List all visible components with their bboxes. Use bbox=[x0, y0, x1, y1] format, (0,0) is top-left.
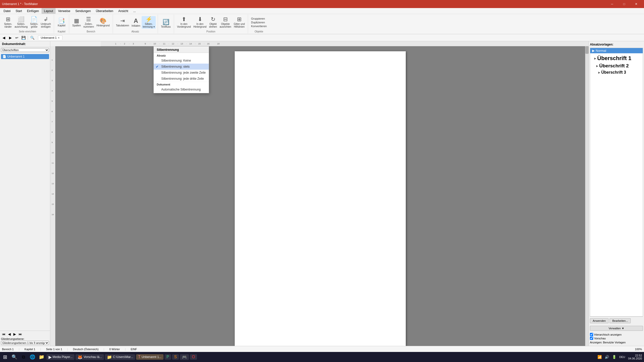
status-seite: Seite 1 von 1 bbox=[46, 348, 62, 351]
dropdown-item-zweite[interactable]: Silbentrennung: jede zweite Zeile bbox=[154, 70, 209, 76]
clock[interactable]: 22:52 04.06.2020 bbox=[627, 354, 643, 360]
menu-extra[interactable]: ... bbox=[131, 8, 138, 14]
taskbar-opera[interactable]: O bbox=[190, 354, 197, 360]
hierarchisch-checkbox[interactable] bbox=[590, 333, 593, 336]
dropdown-section-absatz: Absatz bbox=[154, 53, 209, 58]
textmaker-icon: T bbox=[138, 355, 141, 359]
lp-nav-first[interactable]: ⏮ bbox=[1, 332, 7, 336]
minimize-button[interactable]: ─ bbox=[606, 0, 618, 8]
ribbon-btn-duplizieren[interactable]: Duplizieren bbox=[250, 21, 268, 24]
taskbar-mediaplayer[interactable]: ▶ Media Player... bbox=[47, 354, 74, 360]
edge-icon[interactable]: 🌐 bbox=[28, 353, 36, 361]
taskbar-vorschau[interactable]: 🦊 Vorschau lä... bbox=[75, 354, 104, 360]
doc-tab-close[interactable]: ✕ bbox=[58, 36, 60, 39]
close-button[interactable]: ✕ bbox=[630, 0, 642, 8]
ribbon-btn-konvertieren[interactable]: Konvertieren bbox=[250, 24, 268, 28]
ribbon-btn-ausrichten[interactable]: ⊟ Objekteausrichten bbox=[219, 16, 232, 29]
taskview-icon[interactable]: ⧉ bbox=[19, 353, 27, 361]
menu-datei[interactable]: Datei bbox=[1, 8, 13, 14]
ruler-marks: 1 · 2 · 3 9 · 10 · 11 · 12 · 13 · 14 · 1… bbox=[111, 42, 220, 45]
gliederungsebene-select[interactable]: Gliederungsebenen 1 bis 9 anzeigen bbox=[1, 341, 49, 345]
gitter-icon: ⊞ bbox=[237, 17, 242, 22]
ribbon-btn-textfluss[interactable]: 🔃 Textfluss bbox=[160, 19, 172, 29]
ribbon-btn-gitter[interactable]: ⊞ Gitter undHilfslinien bbox=[233, 16, 246, 29]
ribbon-btn-seitengroesse[interactable]: 📄 Seiten-größe bbox=[29, 16, 39, 29]
seitengroesse-label: Seiten-größe bbox=[30, 23, 38, 28]
dropdown-item-dritte[interactable]: Silbentrennung: jede dritte Zeile bbox=[154, 76, 209, 82]
menu-verweise[interactable]: Verweise bbox=[56, 8, 73, 14]
right-scrollbar[interactable] bbox=[585, 46, 589, 346]
tb2-btn-back[interactable]: ◀ bbox=[1, 35, 7, 40]
ribbon-btn-gruppieren[interactable]: Gruppieren bbox=[250, 17, 268, 20]
style-h2[interactable]: ▶ Überschrift 2 bbox=[590, 62, 643, 69]
lp-nav-last[interactable]: ⏭ bbox=[18, 332, 23, 336]
status-zoom: 100% bbox=[635, 348, 642, 351]
taskbar-steam[interactable]: 🎮 bbox=[180, 354, 189, 360]
softmaker-icon: S bbox=[174, 355, 177, 359]
ribbon-btn-umbruch[interactable]: ↲ Umbrucheinfügen bbox=[40, 16, 52, 29]
tb2-btn-zoom-out[interactable]: 🔍 bbox=[29, 35, 35, 40]
lp-nav-prev[interactable]: ◀ bbox=[7, 332, 12, 336]
style-normal[interactable]: ▶ Normal bbox=[590, 48, 643, 53]
rp-spacer bbox=[590, 331, 643, 333]
language-icon[interactable]: DEU bbox=[618, 354, 626, 359]
menu-ansicht[interactable]: Ansicht bbox=[116, 8, 131, 14]
style-h2-label: Überschrift 2 bbox=[599, 63, 629, 69]
tb2-btn-save[interactable]: 💾 bbox=[21, 35, 26, 40]
left-panel-select[interactable]: Überschriften bbox=[1, 48, 49, 52]
taskbar-textmaker[interactable]: T Unbenannt 1... bbox=[136, 354, 164, 360]
anwenden-button[interactable]: Anwenden bbox=[590, 318, 609, 323]
ribbon-btn-zeilennummern[interactable]: ☰ Zeilen-nummern bbox=[82, 16, 95, 29]
network-icon[interactable]: 📶 bbox=[596, 354, 603, 360]
ribbon-btn-hintergrund2[interactable]: ⬇ In denHintergrund bbox=[192, 16, 208, 29]
silbentrennung-icon: ⚡ bbox=[145, 17, 152, 22]
ribbon-textfluss-buttons: 🔃 Textfluss bbox=[160, 15, 172, 32]
initialen-icon: A bbox=[134, 18, 138, 24]
dropdown-item-stets[interactable]: ✔ Silbentrennung: stets bbox=[154, 64, 209, 70]
taskbar-projectmaker[interactable]: P bbox=[165, 354, 171, 360]
scrollbar-thumb[interactable] bbox=[585, 46, 589, 54]
bearbeiten-button[interactable]: Bearbeiten... bbox=[610, 318, 631, 323]
ribbon-btn-initialen[interactable]: A Initialen bbox=[131, 17, 141, 28]
menu-einfuegen[interactable]: Einfügen bbox=[24, 8, 41, 14]
ribbon-btn-kapitel[interactable]: 📑 Kapitel bbox=[57, 18, 67, 27]
style-h1[interactable]: ▶ Überschrift 1 bbox=[590, 54, 643, 62]
volume-icon[interactable]: 🔊 bbox=[604, 354, 610, 360]
ribbon-btn-seitenausrichtung[interactable]: ⬜ Seiten-ausrichtung bbox=[14, 16, 29, 29]
ribbon-btn-tabulatoren[interactable]: ⇥ Tabulatoren bbox=[115, 18, 130, 27]
zeilennummern-icon: ☰ bbox=[86, 17, 91, 22]
menu-layout[interactable]: Layout bbox=[42, 8, 56, 14]
kapitel-label: Kapitel bbox=[58, 24, 65, 27]
tb2-btn-forward[interactable]: ▶ bbox=[8, 35, 13, 40]
start-button[interactable]: ⊞ bbox=[1, 353, 9, 361]
vorschau-checkbox[interactable] bbox=[590, 337, 593, 340]
ribbon-btn-vordergrund[interactable]: ⬆ In denVordergrund bbox=[176, 16, 192, 29]
taskbar-softmaker[interactable]: S bbox=[172, 354, 179, 360]
dropdown-item-keine[interactable]: Silbentrennung: Keine bbox=[154, 58, 209, 64]
seitenausrichtung-icon: ⬜ bbox=[18, 17, 24, 22]
battery-icon[interactable]: 🔋 bbox=[611, 354, 617, 360]
menu-start[interactable]: Start bbox=[13, 8, 24, 14]
restore-button[interactable]: □ bbox=[618, 0, 630, 8]
ribbon-btn-drehen[interactable]: ↻ Objektdrehen bbox=[208, 16, 218, 29]
menu-sendungen[interactable]: Sendungen bbox=[73, 8, 93, 14]
ribbon-btn-hintergrund[interactable]: 🎨 Hintergrund bbox=[95, 18, 110, 27]
style-h3[interactable]: ▶ Überschrift 3 bbox=[590, 69, 643, 75]
search-icon-taskbar[interactable]: 🔍 bbox=[10, 353, 18, 361]
doc-tab[interactable]: Unbenannt 1 ✕ bbox=[38, 35, 62, 40]
titlebar: Unbenannt 1 * - TextMaker ─ □ ✕ bbox=[0, 0, 644, 8]
menu-ueberarbeiten[interactable]: Überarbeiten bbox=[93, 8, 116, 14]
ribbon-btn-seitenraender[interactable]: ⊞ Seiten-ränder bbox=[3, 16, 13, 29]
outline-item-doc[interactable]: 📄 Unbenannt 1 bbox=[1, 54, 49, 59]
lp-nav-next[interactable]: ▶ bbox=[12, 332, 17, 336]
ribbon-btn-spalten[interactable]: ▦ Spalten bbox=[71, 18, 82, 27]
dropdown-item-automatisch[interactable]: Automatische Silbentrennung bbox=[154, 86, 209, 93]
umbruch-icon: ↲ bbox=[44, 17, 48, 22]
taskbar-explorer2[interactable]: 📁 C:\Users\Mar... bbox=[105, 354, 135, 360]
vorschau-label: Vorschau bbox=[594, 337, 606, 340]
ribbon-group-absatz: ⇥ Tabulatoren A Initialen ⚡ Silben-trenn… bbox=[113, 15, 158, 33]
ribbon-btn-silbentrennung[interactable]: ⚡ Silben-trennung ▾ bbox=[142, 16, 155, 29]
tb2-btn-undo[interactable]: ↩ bbox=[14, 35, 20, 40]
explorer-icon[interactable]: 📁 bbox=[37, 353, 46, 361]
verwalten-button[interactable]: Verwalten ▼ bbox=[590, 326, 643, 331]
